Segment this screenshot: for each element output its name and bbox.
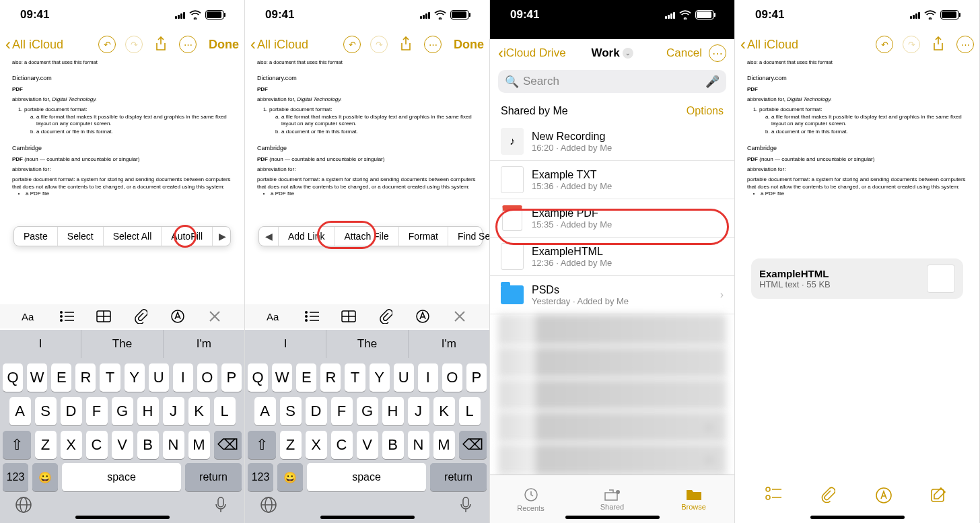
- keyboard: I The I'm QWERTYUIOP ASDFGHJKL ⇧ZXCVBNM⌫…: [0, 330, 244, 523]
- file-row-highlighted[interactable]: ExampleHTML12:36 · Added by Me: [490, 238, 734, 276]
- share-button[interactable]: [930, 36, 947, 53]
- sugg-3[interactable]: I'm: [164, 330, 244, 358]
- home-indicator[interactable]: [810, 516, 905, 519]
- table-button[interactable]: [339, 306, 359, 326]
- context-menu-2: ◀ Add Link Attach File Format Find Selec…: [258, 226, 483, 246]
- markup-button[interactable]: [168, 306, 188, 326]
- svg-point-18: [305, 315, 308, 318]
- file-row[interactable]: Example TXT15:36 · Added by Me: [490, 161, 734, 199]
- tab-browse[interactable]: Browse: [653, 475, 734, 523]
- table-button[interactable]: [94, 306, 114, 326]
- cloud-download-icon: ☁︎: [703, 419, 714, 432]
- back-button[interactable]: ‹All iCloud: [250, 35, 308, 54]
- text-style-button[interactable]: Aa: [265, 306, 285, 326]
- close-keyboard-button[interactable]: [450, 306, 470, 326]
- mic-icon: 🎤: [705, 75, 720, 89]
- blurred-row: ☁︎: [498, 411, 726, 442]
- list-button[interactable]: [57, 306, 77, 326]
- section-header: Shared by Me: [501, 105, 568, 117]
- file-row[interactable]: ♪New Recording16:20 · Added by Me: [490, 123, 734, 161]
- files-back-button[interactable]: ‹iCloud Drive: [498, 44, 566, 63]
- back-button[interactable]: ‹All iCloud: [740, 35, 798, 54]
- done-button[interactable]: Done: [209, 38, 239, 52]
- done-button[interactable]: Done: [454, 38, 484, 52]
- pdf-file-icon: [501, 205, 524, 232]
- attach-button[interactable]: [131, 306, 151, 326]
- blurred-row: ☁︎: [498, 444, 726, 475]
- ctx-prev[interactable]: ◀: [259, 227, 279, 246]
- compose-button[interactable]: [930, 487, 949, 505]
- text-style-button[interactable]: Aa: [20, 306, 40, 326]
- note-content[interactable]: also: a document that uses this format D…: [257, 59, 477, 198]
- list-button[interactable]: [302, 306, 322, 326]
- share-button[interactable]: [397, 36, 415, 53]
- context-menu: Paste Select Select All AutoFill ▶: [13, 226, 231, 246]
- more-button[interactable]: ⋯: [424, 36, 442, 53]
- undo-button[interactable]: ↶: [98, 36, 116, 53]
- undo-button[interactable]: ↶: [343, 36, 361, 53]
- search-icon: 🔍: [505, 75, 519, 89]
- file-row[interactable]: Example PDF15:35 · Added by Me: [490, 199, 734, 238]
- svg-point-3: [60, 315, 63, 318]
- sugg-2[interactable]: The: [81, 330, 163, 358]
- return-key[interactable]: return: [185, 463, 242, 491]
- status-time: 09:41: [20, 8, 49, 22]
- screenshot-3: 09:41 ‹iCloud Drive Work⌄ Cancel ⋯ 🔍Sear…: [490, 0, 735, 523]
- markup-button[interactable]: [875, 487, 894, 505]
- note-content[interactable]: also: a document that uses this format D…: [12, 59, 232, 198]
- tab-recents[interactable]: Recents: [490, 475, 571, 523]
- more-button[interactable]: ⋯: [956, 36, 974, 53]
- status-bar: 09:41: [0, 0, 244, 30]
- redo-button[interactable]: ↷: [370, 36, 388, 53]
- ctx-paste[interactable]: Paste: [14, 227, 58, 246]
- markup-button[interactable]: [413, 306, 433, 326]
- ctx-format[interactable]: Format: [399, 227, 448, 246]
- redo-button[interactable]: ↷: [903, 36, 920, 53]
- files-more-button[interactable]: ⋯: [709, 44, 726, 62]
- cloud-download-icon: ☁︎: [703, 452, 714, 464]
- ctx-select[interactable]: Select: [58, 227, 104, 246]
- blurred-row: [498, 379, 726, 410]
- undo-button[interactable]: ↶: [876, 36, 893, 53]
- svg-point-16: [305, 311, 308, 314]
- svg-point-1: [60, 311, 63, 314]
- emoji-key[interactable]: 😀: [32, 463, 58, 491]
- cancel-button[interactable]: Cancel: [666, 46, 702, 60]
- share-button[interactable]: [152, 36, 170, 53]
- num-key[interactable]: 123: [3, 463, 28, 491]
- home-indicator[interactable]: [75, 516, 170, 519]
- redo-button[interactable]: ↷: [125, 36, 143, 53]
- html-file-icon: [501, 243, 524, 270]
- ctx-add-link[interactable]: Add Link: [279, 227, 335, 246]
- ctx-find[interactable]: Find Selection: [448, 227, 490, 246]
- note-content[interactable]: also: a document that uses this format D…: [747, 59, 967, 198]
- folder-icon: [501, 285, 524, 304]
- attachment-card[interactable]: ExampleHTMLHTML text · 55 KB: [751, 258, 963, 299]
- ctx-autofill[interactable]: AutoFill: [162, 227, 213, 246]
- attachment-thumbnail-icon: [927, 265, 955, 293]
- attach-button[interactable]: [820, 487, 839, 505]
- space-key[interactable]: space: [62, 463, 181, 491]
- globe-icon[interactable]: [12, 493, 35, 516]
- checklist-button[interactable]: [765, 487, 784, 505]
- ctx-select-all[interactable]: Select All: [104, 227, 162, 246]
- blurred-row: [498, 314, 726, 345]
- svg-rect-29: [463, 497, 468, 507]
- options-button[interactable]: Options: [687, 105, 724, 117]
- folder-row[interactable]: PSDsYesterday · Added by Me›: [490, 276, 734, 314]
- sugg-1[interactable]: I: [0, 330, 81, 358]
- files-title[interactable]: Work⌄: [591, 46, 633, 60]
- svg-text:Aa: Aa: [267, 311, 279, 322]
- ctx-more[interactable]: ▶: [213, 227, 232, 246]
- more-button[interactable]: ⋯: [179, 36, 197, 53]
- shift-key[interactable]: ⇧: [3, 431, 31, 459]
- ctx-attach-file[interactable]: Attach File: [335, 227, 398, 246]
- search-field[interactable]: 🔍Search🎤: [498, 70, 726, 93]
- svg-point-31: [616, 490, 620, 494]
- mic-icon[interactable]: [209, 493, 232, 516]
- attach-button[interactable]: [376, 306, 396, 326]
- backspace-key[interactable]: ⌫: [214, 431, 242, 459]
- chevron-right-icon: ›: [720, 289, 724, 301]
- close-keyboard-button[interactable]: [205, 306, 225, 326]
- back-button[interactable]: ‹All iCloud: [5, 35, 63, 54]
